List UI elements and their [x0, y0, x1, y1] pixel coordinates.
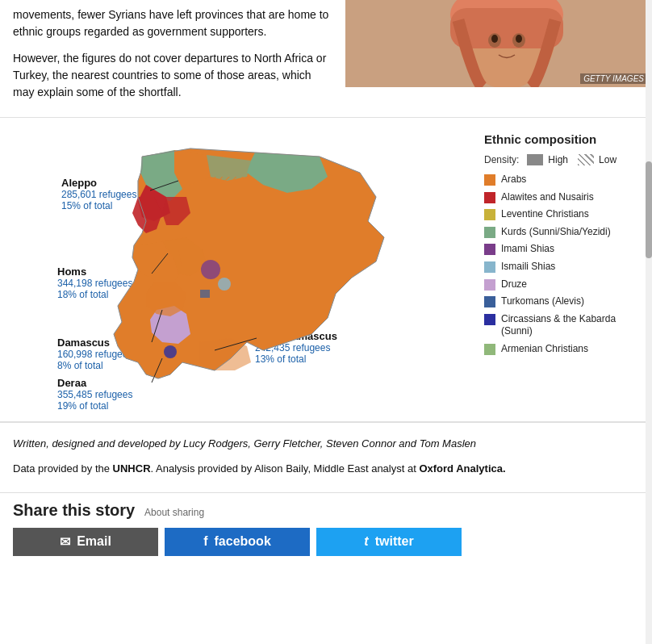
legend-color-0 [484, 174, 495, 186]
credits-line: Written, designed and developed by Lucy … [13, 436, 639, 453]
about-sharing: About sharing [144, 507, 204, 518]
legend-label-8: Circassians & the Kabarda (Sunni) [501, 313, 642, 338]
credits-italic: Written, designed and developed by Lucy … [13, 437, 476, 450]
svg-point-7 [516, 35, 522, 43]
twitter-share-button[interactable]: t twitter [316, 528, 462, 556]
twitter-icon: t [364, 534, 368, 549]
facebook-label: facebook [215, 534, 271, 549]
legend-color-5 [484, 261, 495, 273]
legend-panel: Ethnic composition Density: High Low Ara… [474, 124, 652, 369]
legend-item-4: Imami Shias [484, 243, 642, 256]
top-section: movements, fewer Syrians have left provi… [0, 0, 652, 117]
legend-item-0: Arabs [484, 174, 642, 186]
map-container: Aleppo 285,601 refugees 15% of total Hom… [0, 124, 474, 415]
legend-item-8: Circassians & the Kabarda (Sunni) [484, 313, 642, 338]
header-image: GETTY IMAGES [345, 0, 652, 87]
getty-label: GETTY IMAGES [580, 73, 647, 84]
legend-label-6: Druze [501, 278, 527, 291]
legend-item-1: Alawites and Nusairis [484, 191, 642, 204]
legend-color-6 [484, 279, 495, 291]
legend-item-2: Leventine Christians [484, 208, 642, 221]
legend-item-9: Armenian Christians [484, 343, 642, 356]
legend-color-4 [484, 244, 495, 255]
legend-label-7: Turkomans (Alevis) [501, 295, 584, 308]
legend-color-8 [484, 314, 495, 325]
density-high-box [527, 154, 543, 165]
density-low-label: Low [599, 154, 616, 165]
legend-color-7 [484, 296, 495, 307]
density-low-box [578, 154, 594, 165]
legend-title: Ethnic composition [484, 132, 642, 146]
legend-label-5: Ismaili Shias [501, 261, 555, 274]
legend-item-7: Turkomans (Alevis) [484, 295, 642, 308]
legend-color-2 [484, 209, 495, 220]
share-title: Share this story [13, 501, 135, 519]
share-section: Share this story About sharing ✉ Email f… [0, 492, 652, 564]
map-section: Aleppo 285,601 refugees 15% of total Hom… [0, 117, 652, 422]
legend-label-4: Imami Shias [501, 243, 554, 256]
svg-point-14 [164, 345, 177, 358]
facebook-icon: f [203, 534, 207, 549]
paragraph-2: However, the figures do not cover depart… [13, 50, 332, 101]
svg-rect-13 [200, 290, 210, 298]
intro-text: movements, fewer Syrians have left provi… [0, 0, 345, 107]
scrollbar[interactable] [646, 0, 652, 564]
share-header: Share this story About sharing [13, 501, 639, 520]
legend-label-9: Armenian Christians [501, 343, 588, 356]
legend-item-3: Kurds (Sunni/Shia/Yezidi) [484, 226, 642, 239]
legend-color-1 [484, 192, 495, 203]
map-svg-wrap: Aleppo 285,601 refugees 15% of total Hom… [13, 132, 408, 407]
legend-color-9 [484, 344, 495, 355]
density-high-label: High [548, 154, 568, 165]
email-share-button[interactable]: ✉ Email [13, 528, 158, 556]
legend-items-container: ArabsAlawites and NusairisLeventine Chri… [484, 174, 642, 356]
svg-point-6 [491, 35, 498, 43]
email-label: Email [77, 534, 111, 549]
twitter-label: twitter [375, 534, 414, 549]
svg-point-12 [218, 278, 231, 291]
share-buttons: ✉ Email f facebook t twitter [13, 528, 639, 556]
email-icon: ✉ [60, 534, 70, 550]
density-row: Density: High Low [484, 154, 642, 165]
legend-label-0: Arabs [501, 174, 526, 186]
legend-item-5: Ismaili Shias [484, 261, 642, 274]
density-label: Density: [484, 154, 519, 165]
data-line: Data provided by the UNHCR. Analysis pro… [13, 461, 639, 478]
legend-color-3 [484, 227, 495, 238]
legend-label-1: Alawites and Nusairis [501, 191, 594, 204]
legend-item-6: Druze [484, 278, 642, 291]
legend-label-2: Leventine Christians [501, 208, 589, 221]
unhcr-label: UNHCR [113, 462, 151, 475]
oxford-label: Oxford Analytica. [419, 462, 505, 475]
footer-section: Written, designed and developed by Lucy … [0, 422, 652, 492]
paragraph-1: movements, fewer Syrians have left provi… [13, 6, 332, 40]
legend-label-3: Kurds (Sunni/Shia/Yezidi) [501, 226, 611, 239]
scrollbar-thumb[interactable] [646, 161, 652, 258]
svg-point-11 [201, 260, 220, 279]
facebook-share-button[interactable]: f facebook [165, 528, 310, 556]
